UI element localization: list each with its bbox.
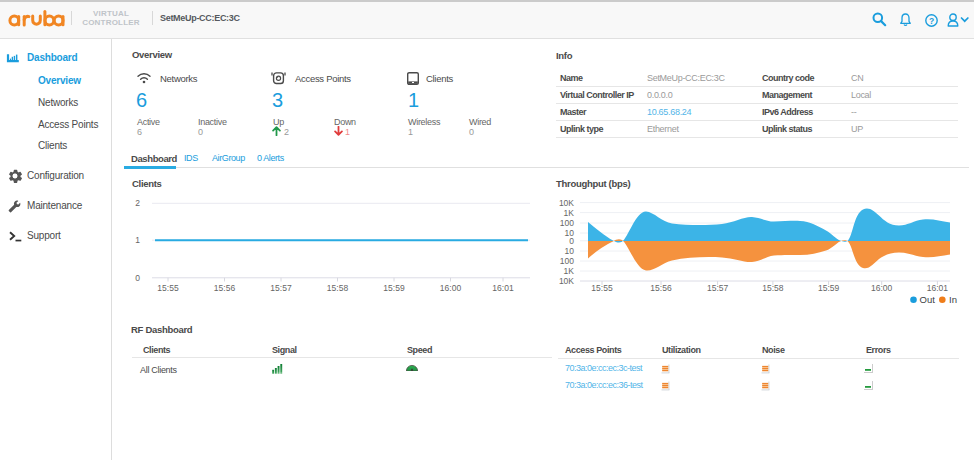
svg-text:?: ? (929, 16, 934, 26)
svg-text:10: 10 (565, 246, 575, 256)
svg-text:1K: 1K (564, 208, 575, 218)
svg-text:15:55: 15:55 (591, 283, 613, 293)
svg-text:15:57: 15:57 (270, 283, 292, 293)
svg-text:15:55: 15:55 (157, 283, 179, 293)
svg-text:0: 0 (569, 236, 574, 246)
svg-text:0: 0 (135, 273, 140, 283)
svg-text:10K: 10K (559, 198, 574, 208)
svg-text:10K: 10K (559, 276, 574, 286)
svg-text:15:56: 15:56 (650, 283, 672, 293)
svg-text:100: 100 (560, 218, 574, 228)
svg-text:15:58: 15:58 (327, 283, 349, 293)
svg-text:15:59: 15:59 (383, 283, 405, 293)
svg-text:2: 2 (135, 198, 140, 208)
svg-text:15:58: 15:58 (762, 283, 784, 293)
svg-text:16:01: 16:01 (927, 283, 949, 293)
svg-text:In: In (949, 294, 957, 305)
svg-text:16:00: 16:00 (871, 283, 893, 293)
svg-text:Out: Out (920, 294, 936, 305)
svg-text:15:56: 15:56 (214, 283, 236, 293)
svg-text:100: 100 (560, 256, 574, 266)
svg-text:16:00: 16:00 (440, 283, 462, 293)
svg-text:16:01: 16:01 (492, 283, 514, 293)
svg-text:1: 1 (135, 235, 140, 245)
svg-text:15:57: 15:57 (707, 283, 729, 293)
svg-text:1K: 1K (564, 266, 575, 276)
svg-text:15:59: 15:59 (818, 283, 840, 293)
